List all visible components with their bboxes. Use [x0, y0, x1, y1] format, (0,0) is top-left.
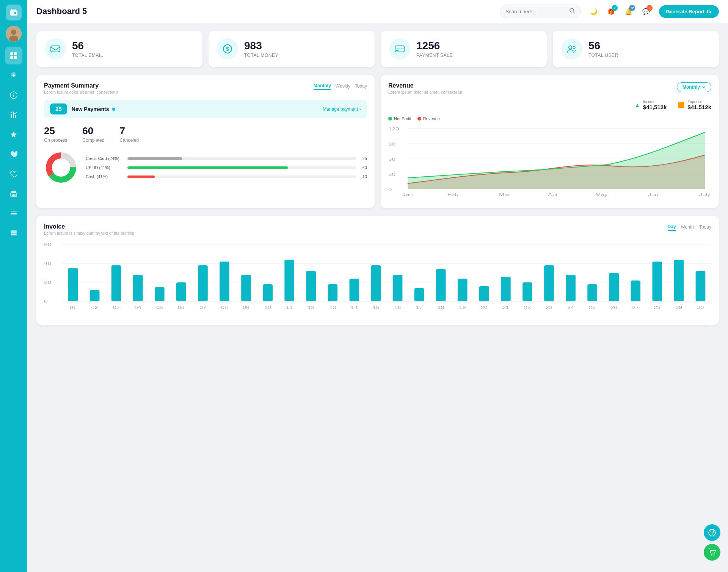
legend-revenue: Revenue [417, 116, 440, 121]
svg-rect-92 [350, 279, 359, 301]
svg-rect-96 [393, 275, 403, 301]
revenue-chart: 120 90 60 30 0 [388, 125, 711, 201]
sidebar-item-menu[interactable] [5, 205, 22, 222]
svg-text:90: 90 [388, 142, 395, 146]
tab-monthly[interactable]: Monthly [314, 82, 331, 90]
svg-text:24: 24 [567, 306, 574, 310]
sidebar-item-list[interactable] [5, 224, 22, 242]
float-buttons [704, 524, 720, 561]
svg-rect-14 [15, 115, 16, 118]
legend-revenue-dot [417, 117, 421, 121]
tab-weekly[interactable]: Weekly [336, 83, 350, 89]
svg-text:18: 18 [438, 306, 444, 310]
svg-rect-12 [11, 114, 12, 118]
revenue-header: Revenue Lorem ipsum dolor sit amet, cons… [388, 82, 711, 94]
money-count: 983 [244, 40, 278, 52]
credit-card-label: Credit Card (24%) [86, 156, 124, 161]
manage-payment-link[interactable]: Manage payment › [323, 107, 361, 112]
revenue-title-group: Revenue Lorem ipsum dolor sit amet, cons… [388, 82, 463, 94]
invoice-header: Invoice Lorem ipsum is simply dummy text… [44, 223, 711, 235]
svg-rect-1 [14, 12, 16, 14]
svg-rect-13 [13, 113, 14, 118]
expense-value: $41,512k [687, 104, 711, 110]
middle-row: Payment Summary Lorem ipsum dolor sit am… [36, 75, 719, 208]
email-icon [45, 38, 66, 60]
invoice-tab-month[interactable]: Month [681, 224, 694, 230]
svg-rect-104 [479, 286, 489, 301]
svg-rect-106 [501, 277, 511, 301]
svg-point-3 [11, 30, 16, 35]
payment-summary-card: Payment Summary Lorem ipsum dolor sit am… [36, 75, 375, 208]
svg-text:Mar: Mar [499, 193, 510, 197]
svg-rect-66 [68, 268, 78, 302]
invoice-tab-day[interactable]: Day [668, 223, 676, 231]
income-item: ▲ Income $41,512k [635, 100, 667, 110]
chat-btn[interactable]: 💬 5 [639, 5, 653, 18]
main-content: Dashboard 5 🌙 🎁 2 🔔 12 💬 5 [27, 0, 728, 572]
svg-rect-8 [14, 56, 17, 59]
cash-track [127, 176, 356, 178]
svg-rect-110 [544, 265, 554, 301]
cart-button[interactable] [704, 544, 720, 561]
credit-card-val: 25 [360, 156, 367, 161]
sidebar-item-dashboard[interactable] [5, 47, 22, 64]
svg-text:29: 29 [676, 306, 682, 310]
search-input[interactable] [505, 9, 566, 14]
theme-toggle-btn[interactable]: 🌙 [587, 5, 601, 18]
svg-rect-82 [241, 275, 251, 301]
svg-rect-23 [11, 234, 17, 235]
svg-rect-80 [220, 262, 229, 301]
payment-methods: Credit Card (24%) 25 UPI ID (41%) 60 [44, 150, 367, 185]
revenue-subtitle: Lorem ipsum dolor sit amet, consectetur [388, 90, 463, 94]
sidebar-item-info[interactable] [5, 86, 22, 104]
svg-text:05: 05 [156, 306, 163, 310]
svg-line-25 [573, 12, 575, 13]
payment-summary-tabs: Monthly Weekly Today [314, 82, 367, 90]
user-avatar[interactable] [6, 26, 22, 42]
bell-btn[interactable]: 🔔 12 [622, 5, 635, 18]
sidebar-logo[interactable] [6, 5, 22, 20]
sidebar-item-chart[interactable] [5, 106, 22, 124]
content-area: 56 TOTAL EMAIL $ 983 TOTAL MONEY [27, 23, 728, 572]
svg-text:40: 40 [44, 261, 52, 266]
svg-text:03: 03 [113, 306, 120, 310]
generate-report-button[interactable]: Generate Report [659, 5, 719, 18]
svg-text:23: 23 [546, 306, 552, 310]
on-process-label: On process [44, 138, 67, 143]
svg-point-4 [9, 36, 18, 42]
expense-label: Expense [687, 100, 711, 104]
svg-rect-84 [263, 284, 273, 301]
search-box[interactable] [500, 5, 581, 18]
revenue-monthly-dropdown[interactable]: Monthly [677, 82, 711, 92]
new-payments-badge: 25 [50, 103, 67, 114]
money-icon: $ [217, 38, 238, 60]
invoice-chart: 60 40 20 0 01020304050607080910111213141… [44, 241, 711, 317]
sidebar-item-star[interactable] [5, 126, 22, 143]
revenue-income-row: ▲ Income $41,512k 🟧 Expense $41,512k [388, 100, 711, 110]
sidebar-item-settings[interactable] [5, 67, 22, 84]
svg-rect-70 [111, 265, 121, 301]
upi-label: UPI ID (41%) [86, 165, 124, 170]
invoice-title-group: Invoice Lorem ipsum is simply dummy text… [44, 223, 134, 235]
payment-bars: Credit Card (24%) 25 UPI ID (41%) 60 [86, 156, 367, 179]
svg-text:06: 06 [178, 306, 185, 310]
svg-point-11 [13, 94, 14, 94]
invoice-tab-today[interactable]: Today [699, 224, 711, 230]
svg-text:10: 10 [264, 306, 271, 310]
income-label: Income [643, 100, 667, 104]
gift-badge: 2 [612, 5, 618, 11]
svg-rect-98 [414, 288, 424, 301]
gift-btn[interactable]: 🎁 2 [604, 5, 618, 18]
sidebar-item-heart-solid[interactable] [5, 146, 22, 163]
svg-text:01: 01 [70, 306, 77, 310]
svg-text:25: 25 [589, 306, 596, 310]
svg-text:0: 0 [388, 188, 392, 192]
svg-rect-6 [14, 52, 17, 55]
svg-text:30: 30 [388, 172, 395, 177]
tab-today[interactable]: Today [355, 83, 367, 89]
support-button[interactable] [704, 524, 720, 541]
stat-completed: 60 Completed [82, 125, 104, 143]
sidebar-item-print[interactable] [5, 185, 22, 202]
sidebar-item-heart-outline[interactable] [5, 165, 22, 183]
payment-summary-subtitle: Lorem ipsum dolor sit amet, consectetur [44, 90, 118, 94]
